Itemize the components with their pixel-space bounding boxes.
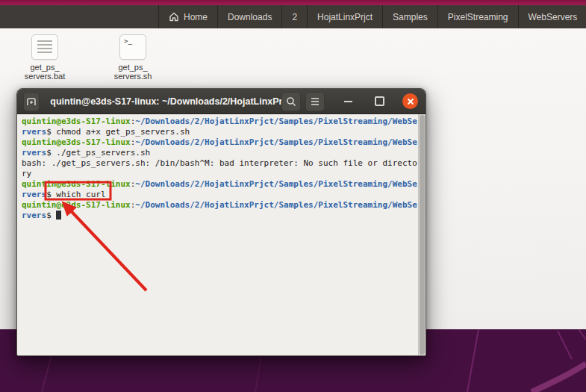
- home-icon: [169, 12, 179, 22]
- new-tab-icon: [26, 96, 37, 107]
- path-item-label: PixelStreaming: [448, 12, 508, 22]
- path-item-label: HojatLinxPrjct: [317, 12, 373, 22]
- maximize-button[interactable]: [371, 93, 387, 110]
- terminal-line: ry: [22, 169, 418, 179]
- terminal-line: quintin@e3ds-S17-linux:~/Downloads/2/Hoj…: [22, 200, 418, 211]
- text-file-icon: [31, 34, 58, 60]
- terminal-window-title: quintin@e3ds-S17-linux: ~/Downloads/2/Ho…: [50, 96, 281, 107]
- search-button[interactable]: [281, 92, 301, 111]
- close-icon: [407, 98, 414, 105]
- terminal-text-segment: rvers: [22, 190, 46, 199]
- terminal-text-segment: $ which curl: [46, 190, 105, 199]
- terminal-text-segment: $ ./get_ps_servers.sh: [46, 148, 150, 158]
- path-item-label: Downloads: [228, 12, 272, 22]
- terminal-text-segment: rvers: [22, 211, 46, 220]
- shell-script-icon: >_: [119, 34, 146, 60]
- terminal-scrollbar-thumb[interactable]: [420, 115, 425, 355]
- terminal-text-segment: quintin@e3ds-S17-linux: [22, 179, 131, 189]
- terminal-line: bash: ./get_ps_servers.sh: /bin/bash^M: …: [22, 158, 418, 169]
- terminal-text-segment: rvers: [22, 148, 46, 158]
- document-lines-glyph: [37, 40, 52, 53]
- path-item-label: 2: [292, 12, 297, 22]
- wallpaper-top-strip: [0, 0, 586, 5]
- file-manager-header-bar: HomeDownloads2HojatLinxPrjctSamplesPixel…: [0, 5, 586, 29]
- path-item-downloads[interactable]: Downloads: [218, 5, 282, 28]
- desktop-screen: HomeDownloads2HojatLinxPrjctSamplesPixel…: [0, 0, 586, 392]
- terminal-text-segment: rvers: [22, 127, 46, 137]
- file-label: get_ps_servers.sh: [101, 63, 165, 81]
- minimize-icon: [344, 101, 352, 102]
- terminal-line: quintin@e3ds-S17-linux:~/Downloads/2/Hoj…: [22, 179, 418, 190]
- file-label: get_ps_servers.bat: [13, 63, 77, 81]
- search-icon: [286, 96, 296, 107]
- terminal-text-segment: ~/Downloads/2/HojatLinxPrjct/Samples/Pix…: [135, 200, 417, 210]
- terminal-prompt-glyph: >_: [124, 37, 132, 45]
- terminal-line: rvers$: [22, 211, 418, 221]
- path-item-webservers[interactable]: WebServers: [519, 5, 586, 28]
- terminal-text-segment: ~/Downloads/2/HojatLinxPrjct/Samples/Pix…: [135, 137, 417, 147]
- terminal-text-segment: ry: [22, 169, 31, 178]
- breadcrumb: HomeDownloads2HojatLinxPrjctSamplesPixel…: [158, 5, 586, 28]
- terminal-line: rvers$ ./get_ps_servers.sh: [22, 148, 418, 158]
- hamburger-menu-icon: [310, 97, 320, 106]
- path-item-pixelstreaming[interactable]: PixelStreaming: [438, 5, 519, 28]
- terminal-line: rvers$ chmod a+x get_ps_servers.sh: [22, 127, 418, 137]
- file-item-get_ps_servers.sh[interactable]: >_get_ps_servers.sh: [101, 34, 165, 81]
- terminal-text-segment: quintin@e3ds-S17-linux: [22, 200, 131, 210]
- terminal-text-segment: quintin@e3ds-S17-linux: [22, 116, 131, 126]
- file-item-get_ps_servers.bat[interactable]: get_ps_servers.bat: [13, 34, 77, 81]
- path-item-home[interactable]: Home: [159, 5, 218, 28]
- new-tab-button[interactable]: [23, 92, 40, 111]
- terminal-output[interactable]: quintin@e3ds-S17-linux:~/Downloads/2/Hoj…: [17, 114, 426, 355]
- path-item-hojatlinxprjct[interactable]: HojatLinxPrjct: [308, 5, 383, 28]
- terminal-line: rvers$ which curl: [22, 190, 418, 200]
- menu-button[interactable]: [305, 92, 325, 111]
- terminal-text-segment: ~/Downloads/2/HojatLinxPrjct/Samples/Pix…: [135, 179, 417, 189]
- path-item-label: Samples: [393, 12, 428, 22]
- terminal-titlebar[interactable]: quintin@e3ds-S17-linux: ~/Downloads/2/Ho…: [17, 89, 426, 114]
- terminal-line: quintin@e3ds-S17-linux:~/Downloads/2/Hoj…: [22, 116, 418, 127]
- terminal-text-segment: ~/Downloads/2/HojatLinxPrjct/Samples/Pix…: [135, 116, 417, 126]
- terminal-text-segment: quintin@e3ds-S17-linux: [22, 137, 131, 147]
- path-item-2[interactable]: 2: [282, 5, 308, 28]
- terminal-line: quintin@e3ds-S17-linux:~/Downloads/2/Hoj…: [22, 137, 418, 148]
- terminal-cursor: [56, 211, 61, 220]
- maximize-icon: [375, 96, 384, 106]
- path-item-label: WebServers: [529, 12, 578, 22]
- terminal-scrollbar[interactable]: [418, 114, 426, 355]
- terminal-text-segment: bash: ./get_ps_servers.sh: /bin/bash^M: …: [22, 158, 417, 168]
- close-button[interactable]: [402, 93, 418, 109]
- minimize-button[interactable]: [340, 93, 356, 110]
- terminal-text-segment: $: [46, 211, 56, 220]
- path-item-samples[interactable]: Samples: [383, 5, 438, 28]
- path-item-label: Home: [184, 12, 208, 22]
- terminal-text-segment: $ chmod a+x get_ps_servers.sh: [46, 127, 190, 137]
- terminal-window: quintin@e3ds-S17-linux: ~/Downloads/2/Ho…: [16, 88, 426, 356]
